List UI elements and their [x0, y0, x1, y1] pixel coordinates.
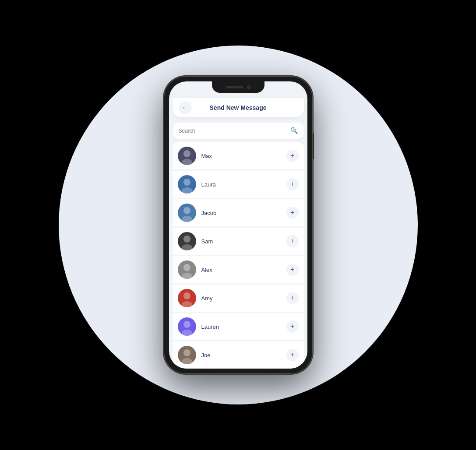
plus-icon: +	[290, 209, 294, 216]
header-title: Send New Message	[210, 104, 267, 111]
svg-point-3	[182, 187, 192, 193]
add-contact-button[interactable]: +	[286, 264, 299, 276]
add-contact-button[interactable]: +	[286, 150, 299, 162]
add-contact-button[interactable]: +	[286, 178, 299, 190]
back-button[interactable]: ←	[179, 101, 192, 114]
avatar	[178, 260, 196, 279]
avatar	[178, 289, 196, 307]
avatar	[178, 175, 196, 193]
svg-point-5	[182, 216, 192, 222]
search-input[interactable]	[179, 128, 290, 134]
list-item: Amy +	[173, 284, 304, 312]
back-icon: ←	[182, 104, 188, 111]
svg-point-11	[182, 301, 192, 307]
svg-point-7	[182, 244, 192, 250]
plus-icon: +	[290, 295, 294, 302]
svg-point-2	[183, 179, 190, 186]
avatar	[178, 317, 196, 336]
contact-name: Jacob	[196, 210, 286, 216]
svg-point-4	[183, 207, 190, 214]
contact-name: Max	[196, 153, 286, 159]
svg-point-0	[183, 150, 190, 157]
phone-screen: ← Send New Message 🔍 Max	[169, 81, 307, 369]
contact-name: Lauren	[196, 323, 286, 330]
list-item: Max +	[173, 142, 304, 169]
phone-device: ← Send New Message 🔍 Max	[164, 76, 313, 374]
contacts-list: Max + Laura + Jacob	[169, 142, 307, 369]
svg-point-1	[182, 159, 192, 165]
notch-speaker	[226, 86, 243, 88]
svg-point-13	[182, 330, 192, 336]
plus-icon: +	[290, 181, 294, 188]
avatar	[178, 232, 196, 250]
contact-name: Laura	[196, 181, 286, 188]
plus-icon: +	[290, 152, 294, 159]
contact-name: Joe	[196, 352, 286, 359]
svg-point-8	[183, 264, 190, 271]
svg-point-14	[183, 349, 190, 356]
list-item: Lauren +	[173, 313, 304, 340]
list-item: Joe +	[173, 341, 304, 369]
svg-point-9	[182, 273, 192, 279]
list-item: Laura +	[173, 170, 304, 198]
add-contact-button[interactable]: +	[286, 207, 299, 219]
add-contact-button[interactable]: +	[286, 292, 299, 304]
svg-point-6	[183, 236, 190, 243]
power-button	[313, 133, 314, 159]
add-contact-button[interactable]: +	[286, 349, 299, 361]
search-icon: 🔍	[290, 127, 298, 134]
avatar	[178, 147, 196, 165]
phone-notch	[212, 81, 264, 93]
list-item: Sam +	[173, 227, 304, 255]
svg-point-12	[183, 321, 190, 328]
plus-icon: +	[290, 266, 294, 273]
contact-name: Alex	[196, 267, 286, 273]
add-contact-button[interactable]: +	[286, 320, 299, 333]
plus-icon: +	[290, 352, 294, 359]
avatar	[178, 204, 196, 222]
list-item: Jacob +	[173, 199, 304, 226]
avatar	[178, 346, 196, 364]
contact-name: Amy	[196, 295, 286, 302]
plus-icon: +	[290, 238, 294, 245]
notch-camera	[247, 85, 250, 89]
svg-point-10	[183, 292, 190, 299]
svg-point-15	[182, 358, 192, 364]
search-container: 🔍	[169, 117, 307, 142]
list-item: Alex +	[173, 256, 304, 283]
add-contact-button[interactable]: +	[286, 235, 299, 247]
contact-name: Sam	[196, 238, 286, 245]
app-content: ← Send New Message 🔍 Max	[169, 81, 307, 369]
screen-header: ← Send New Message	[173, 98, 304, 117]
search-bar: 🔍	[173, 123, 304, 139]
plus-icon: +	[290, 323, 294, 330]
